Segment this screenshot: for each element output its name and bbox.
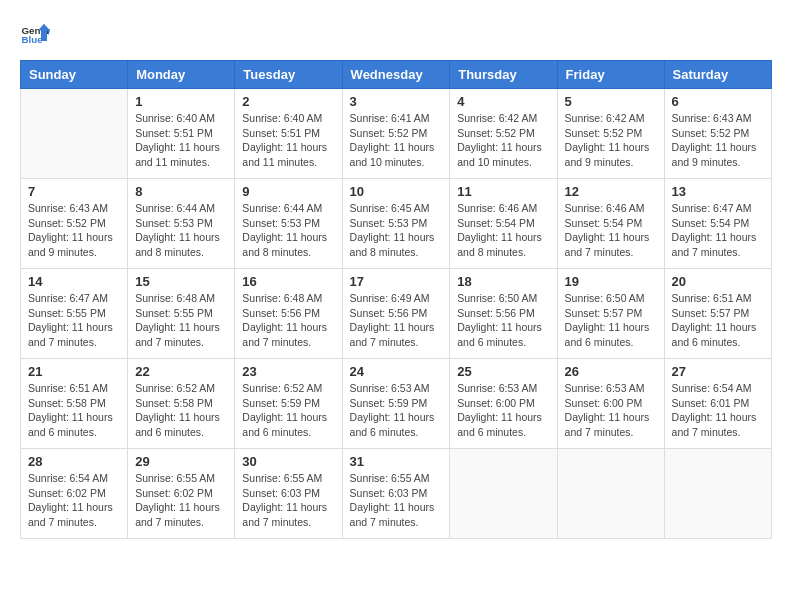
header-friday: Friday bbox=[557, 61, 664, 89]
day-number: 24 bbox=[350, 364, 443, 379]
week-row-4: 21Sunrise: 6:51 AMSunset: 5:58 PMDayligh… bbox=[21, 359, 772, 449]
day-number: 17 bbox=[350, 274, 443, 289]
day-number: 23 bbox=[242, 364, 334, 379]
calendar-cell: 10Sunrise: 6:45 AMSunset: 5:53 PMDayligh… bbox=[342, 179, 450, 269]
calendar-cell: 30Sunrise: 6:55 AMSunset: 6:03 PMDayligh… bbox=[235, 449, 342, 539]
header-saturday: Saturday bbox=[664, 61, 771, 89]
calendar-cell: 17Sunrise: 6:49 AMSunset: 5:56 PMDayligh… bbox=[342, 269, 450, 359]
day-info: Sunrise: 6:55 AMSunset: 6:02 PMDaylight:… bbox=[135, 471, 227, 530]
day-info: Sunrise: 6:46 AMSunset: 5:54 PMDaylight:… bbox=[457, 201, 549, 260]
day-info: Sunrise: 6:55 AMSunset: 6:03 PMDaylight:… bbox=[242, 471, 334, 530]
calendar-cell: 12Sunrise: 6:46 AMSunset: 5:54 PMDayligh… bbox=[557, 179, 664, 269]
calendar-cell: 8Sunrise: 6:44 AMSunset: 5:53 PMDaylight… bbox=[128, 179, 235, 269]
day-info: Sunrise: 6:52 AMSunset: 5:59 PMDaylight:… bbox=[242, 381, 334, 440]
calendar-cell: 31Sunrise: 6:55 AMSunset: 6:03 PMDayligh… bbox=[342, 449, 450, 539]
day-number: 14 bbox=[28, 274, 120, 289]
day-number: 8 bbox=[135, 184, 227, 199]
day-number: 7 bbox=[28, 184, 120, 199]
calendar-cell: 24Sunrise: 6:53 AMSunset: 5:59 PMDayligh… bbox=[342, 359, 450, 449]
day-number: 25 bbox=[457, 364, 549, 379]
day-info: Sunrise: 6:42 AMSunset: 5:52 PMDaylight:… bbox=[565, 111, 657, 170]
day-number: 18 bbox=[457, 274, 549, 289]
calendar-cell: 13Sunrise: 6:47 AMSunset: 5:54 PMDayligh… bbox=[664, 179, 771, 269]
calendar-cell: 23Sunrise: 6:52 AMSunset: 5:59 PMDayligh… bbox=[235, 359, 342, 449]
calendar-cell: 27Sunrise: 6:54 AMSunset: 6:01 PMDayligh… bbox=[664, 359, 771, 449]
day-number: 20 bbox=[672, 274, 764, 289]
day-info: Sunrise: 6:40 AMSunset: 5:51 PMDaylight:… bbox=[242, 111, 334, 170]
day-number: 19 bbox=[565, 274, 657, 289]
svg-text:Blue: Blue bbox=[22, 34, 44, 45]
header-tuesday: Tuesday bbox=[235, 61, 342, 89]
day-info: Sunrise: 6:42 AMSunset: 5:52 PMDaylight:… bbox=[457, 111, 549, 170]
day-info: Sunrise: 6:41 AMSunset: 5:52 PMDaylight:… bbox=[350, 111, 443, 170]
calendar-cell bbox=[21, 89, 128, 179]
logo-icon: General Blue bbox=[20, 20, 50, 50]
day-number: 28 bbox=[28, 454, 120, 469]
day-info: Sunrise: 6:50 AMSunset: 5:57 PMDaylight:… bbox=[565, 291, 657, 350]
calendar-cell: 1Sunrise: 6:40 AMSunset: 5:51 PMDaylight… bbox=[128, 89, 235, 179]
day-number: 4 bbox=[457, 94, 549, 109]
calendar-cell: 28Sunrise: 6:54 AMSunset: 6:02 PMDayligh… bbox=[21, 449, 128, 539]
calendar-cell: 22Sunrise: 6:52 AMSunset: 5:58 PMDayligh… bbox=[128, 359, 235, 449]
calendar-cell: 16Sunrise: 6:48 AMSunset: 5:56 PMDayligh… bbox=[235, 269, 342, 359]
calendar-cell: 14Sunrise: 6:47 AMSunset: 5:55 PMDayligh… bbox=[21, 269, 128, 359]
day-number: 12 bbox=[565, 184, 657, 199]
calendar-cell bbox=[450, 449, 557, 539]
calendar-cell: 25Sunrise: 6:53 AMSunset: 6:00 PMDayligh… bbox=[450, 359, 557, 449]
day-number: 29 bbox=[135, 454, 227, 469]
week-row-2: 7Sunrise: 6:43 AMSunset: 5:52 PMDaylight… bbox=[21, 179, 772, 269]
calendar-cell: 15Sunrise: 6:48 AMSunset: 5:55 PMDayligh… bbox=[128, 269, 235, 359]
day-number: 31 bbox=[350, 454, 443, 469]
week-row-5: 28Sunrise: 6:54 AMSunset: 6:02 PMDayligh… bbox=[21, 449, 772, 539]
page-header: General Blue bbox=[20, 20, 772, 50]
day-info: Sunrise: 6:53 AMSunset: 5:59 PMDaylight:… bbox=[350, 381, 443, 440]
calendar-cell: 2Sunrise: 6:40 AMSunset: 5:51 PMDaylight… bbox=[235, 89, 342, 179]
day-info: Sunrise: 6:53 AMSunset: 6:00 PMDaylight:… bbox=[457, 381, 549, 440]
header-thursday: Thursday bbox=[450, 61, 557, 89]
calendar-cell: 7Sunrise: 6:43 AMSunset: 5:52 PMDaylight… bbox=[21, 179, 128, 269]
day-number: 16 bbox=[242, 274, 334, 289]
day-info: Sunrise: 6:45 AMSunset: 5:53 PMDaylight:… bbox=[350, 201, 443, 260]
day-number: 22 bbox=[135, 364, 227, 379]
day-info: Sunrise: 6:40 AMSunset: 5:51 PMDaylight:… bbox=[135, 111, 227, 170]
day-info: Sunrise: 6:53 AMSunset: 6:00 PMDaylight:… bbox=[565, 381, 657, 440]
week-row-3: 14Sunrise: 6:47 AMSunset: 5:55 PMDayligh… bbox=[21, 269, 772, 359]
day-number: 11 bbox=[457, 184, 549, 199]
day-info: Sunrise: 6:47 AMSunset: 5:54 PMDaylight:… bbox=[672, 201, 764, 260]
day-info: Sunrise: 6:44 AMSunset: 5:53 PMDaylight:… bbox=[135, 201, 227, 260]
day-info: Sunrise: 6:48 AMSunset: 5:56 PMDaylight:… bbox=[242, 291, 334, 350]
calendar-cell: 11Sunrise: 6:46 AMSunset: 5:54 PMDayligh… bbox=[450, 179, 557, 269]
day-number: 9 bbox=[242, 184, 334, 199]
day-number: 3 bbox=[350, 94, 443, 109]
calendar-header-row: SundayMondayTuesdayWednesdayThursdayFrid… bbox=[21, 61, 772, 89]
day-number: 13 bbox=[672, 184, 764, 199]
calendar-cell: 29Sunrise: 6:55 AMSunset: 6:02 PMDayligh… bbox=[128, 449, 235, 539]
day-number: 26 bbox=[565, 364, 657, 379]
calendar-cell bbox=[557, 449, 664, 539]
day-info: Sunrise: 6:49 AMSunset: 5:56 PMDaylight:… bbox=[350, 291, 443, 350]
day-info: Sunrise: 6:43 AMSunset: 5:52 PMDaylight:… bbox=[672, 111, 764, 170]
day-number: 27 bbox=[672, 364, 764, 379]
calendar-cell: 9Sunrise: 6:44 AMSunset: 5:53 PMDaylight… bbox=[235, 179, 342, 269]
logo: General Blue bbox=[20, 20, 50, 50]
calendar-cell: 4Sunrise: 6:42 AMSunset: 5:52 PMDaylight… bbox=[450, 89, 557, 179]
day-info: Sunrise: 6:51 AMSunset: 5:58 PMDaylight:… bbox=[28, 381, 120, 440]
day-info: Sunrise: 6:50 AMSunset: 5:56 PMDaylight:… bbox=[457, 291, 549, 350]
calendar-cell: 19Sunrise: 6:50 AMSunset: 5:57 PMDayligh… bbox=[557, 269, 664, 359]
day-info: Sunrise: 6:47 AMSunset: 5:55 PMDaylight:… bbox=[28, 291, 120, 350]
calendar-cell: 20Sunrise: 6:51 AMSunset: 5:57 PMDayligh… bbox=[664, 269, 771, 359]
calendar-cell: 18Sunrise: 6:50 AMSunset: 5:56 PMDayligh… bbox=[450, 269, 557, 359]
day-number: 30 bbox=[242, 454, 334, 469]
day-info: Sunrise: 6:55 AMSunset: 6:03 PMDaylight:… bbox=[350, 471, 443, 530]
day-number: 5 bbox=[565, 94, 657, 109]
header-wednesday: Wednesday bbox=[342, 61, 450, 89]
week-row-1: 1Sunrise: 6:40 AMSunset: 5:51 PMDaylight… bbox=[21, 89, 772, 179]
calendar-cell: 3Sunrise: 6:41 AMSunset: 5:52 PMDaylight… bbox=[342, 89, 450, 179]
calendar-cell: 5Sunrise: 6:42 AMSunset: 5:52 PMDaylight… bbox=[557, 89, 664, 179]
day-info: Sunrise: 6:54 AMSunset: 6:02 PMDaylight:… bbox=[28, 471, 120, 530]
day-number: 15 bbox=[135, 274, 227, 289]
day-info: Sunrise: 6:46 AMSunset: 5:54 PMDaylight:… bbox=[565, 201, 657, 260]
calendar-cell: 6Sunrise: 6:43 AMSunset: 5:52 PMDaylight… bbox=[664, 89, 771, 179]
day-number: 6 bbox=[672, 94, 764, 109]
day-number: 21 bbox=[28, 364, 120, 379]
